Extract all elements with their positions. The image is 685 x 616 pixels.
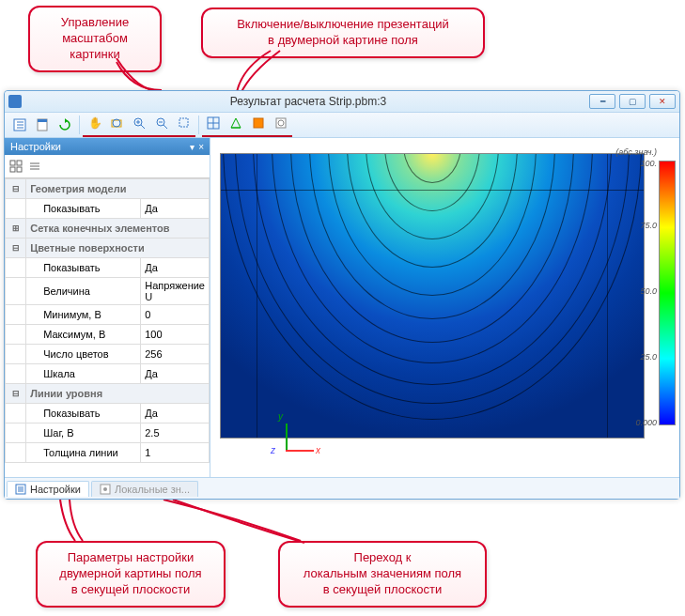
svg-rect-26 [10,167,15,172]
svg-text:✋: ✋ [88,116,101,130]
document-button[interactable] [32,115,53,135]
minimize-button[interactable]: ━ [589,94,615,109]
panel-toolrow [5,155,210,178]
tab-settings[interactable]: Настройки [7,481,89,497]
cb-tick-25: 25.0 [640,352,657,362]
svg-rect-25 [17,161,22,165]
section-geometry: ⊟Геометрия модели [6,179,210,199]
app-icon [8,95,22,108]
panel-header: Настройки ▾ × [5,138,210,155]
show-isolines-button[interactable] [271,113,291,133]
row-iso-step: Шаг, В2.5 [6,424,210,443]
callout-params: Параметры настройки двумерной картины по… [36,541,226,608]
row-iso-show: ПоказыватьДа [6,404,210,424]
expand-button[interactable] [27,159,42,174]
property-grid[interactable]: ⊟Геометрия модели ПоказыватьДа ⊞Сетка ко… [5,178,210,478]
callout-local: Переход к локальным значениям поля в сек… [278,541,487,608]
expander-surfaces[interactable]: ⊟ [6,239,26,258]
show-grid-button[interactable] [203,113,224,133]
axis-y-label: y [278,411,283,422]
section-surfaces: ⊟Цветные поверхности [6,239,210,258]
callout-params-tail [54,498,92,545]
tab-settings-label: Настройки [30,484,81,495]
app-window: Результат расчета Strip.pbm:3 ━ ▢ ✕ ✋ [4,90,680,500]
callout-local-tail [158,498,308,545]
pan-button[interactable]: ✋ [84,113,104,133]
zoom-region-button[interactable] [174,113,195,133]
callout-local-text: Переход к локальным значениям поля в сек… [304,550,461,596]
zoom-group: ✋ [83,113,195,137]
axes-triad: y x z [267,414,314,461]
settings-tab-icon [15,484,26,495]
row-iso-width: Толщина линии1 [6,443,210,463]
close-button[interactable]: ✕ [649,94,676,109]
callout-presentations-text: Включение/выключение презентаций в двуме… [237,17,449,47]
cb-tick-0: 0.000 [635,418,657,427]
cb-tick-50: 50.0 [640,286,657,296]
colorbar-title: (абс.знач.) [615,147,657,157]
tab-local-label: Локальные зн... [115,484,190,495]
callout-params-text: Параметры настройки двумерной картины по… [59,550,201,596]
section-mesh: ⊞Сетка конечных элементов [6,219,210,239]
expander-mesh[interactable]: ⊞ [6,219,26,239]
svg-rect-24 [10,161,15,165]
toolbar: ✋ [5,113,679,138]
tab-local[interactable]: Локальные зн... [91,481,198,497]
section-isolines: ⊟Линии уровня [6,384,210,404]
props-tree-button[interactable] [9,115,30,135]
row-geometry-show: ПоказыватьДа [6,199,210,219]
svg-rect-21 [254,118,263,128]
svg-point-36 [103,487,107,491]
maximize-button[interactable]: ▢ [619,94,646,109]
expander-geometry[interactable]: ⊟ [6,179,26,199]
axis-x-label: x [316,445,320,455]
bottom-tabs: Настройки Локальные зн... [5,477,679,499]
viewport[interactable]: y x z (абс.знач.) 100. 75.0 50.0 25.0 0.… [210,138,679,478]
svg-rect-5 [38,119,47,122]
axis-z-label: z [271,445,275,455]
show-mesh-button[interactable] [226,113,246,133]
cb-tick-75: 75.0 [640,221,657,230]
show-field-button[interactable] [248,113,269,133]
colorbar [659,161,676,425]
sidepanel: Настройки ▾ × ⊟Геометрия модели Показыва… [5,138,210,478]
zoom-reset-button[interactable] [106,113,127,133]
titlebar[interactable]: Результат расчета Strip.pbm:3 ━ ▢ ✕ [5,91,679,113]
svg-line-15 [163,125,167,129]
callout-presentations-tail [233,49,289,96]
callout-zoom-text: Управление масштабом картинки [61,15,129,61]
field-plot[interactable] [220,153,645,439]
svg-rect-17 [179,118,188,127]
refresh-button[interactable] [54,115,75,135]
cb-tick-100: 100. [640,159,657,168]
svg-line-11 [141,125,145,129]
row-surfaces-max: Максимум, В100 [6,325,210,345]
panel-close-button[interactable]: × [198,142,204,152]
row-surfaces-scale: ШкалаДа [6,364,210,384]
panel-title: Настройки [10,141,61,152]
zoom-in-button[interactable] [129,113,149,133]
row-surfaces-value: ВеличинаНапряжение U [6,278,210,305]
row-surfaces-show: ПоказыватьДа [6,258,210,278]
zoom-out-button[interactable] [151,113,172,133]
row-surfaces-min: Минимум, В0 [6,305,210,325]
svg-rect-27 [17,167,22,172]
expander-isolines[interactable]: ⊟ [6,384,26,404]
window-title: Результат расчета Strip.pbm:3 [27,95,589,108]
categorize-button[interactable] [8,159,23,174]
row-surfaces-colors: Число цветов256 [6,345,210,364]
presentation-group [202,113,292,137]
local-tab-icon [100,484,111,495]
panel-pin-button[interactable]: ▾ [190,142,195,152]
